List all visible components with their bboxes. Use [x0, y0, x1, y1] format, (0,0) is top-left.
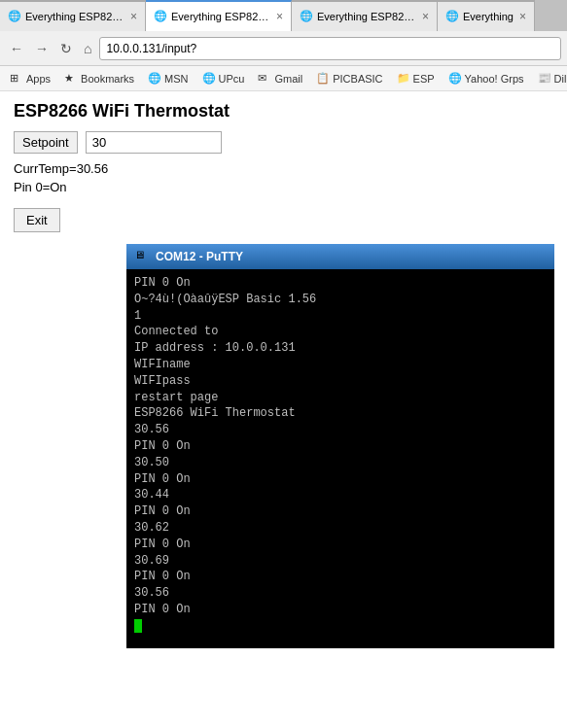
- exit-button[interactable]: Exit: [14, 208, 60, 232]
- tab-favicon: 🌐: [154, 10, 167, 23]
- terminal-line: PIN 0 On: [134, 503, 547, 520]
- address-bar[interactable]: [99, 37, 561, 60]
- bookmark-icon: ★: [64, 72, 78, 86]
- terminal-cursor: [134, 619, 142, 633]
- terminal-line: restart page: [134, 390, 547, 406]
- page-content: ESP8266 WiFi Thermostat Setpoint CurrTem…: [0, 91, 567, 658]
- browser-tab-tab2[interactable]: 🌐Everything ESP8266 -×: [146, 0, 292, 31]
- bookmark-label: Bookmarks: [81, 73, 134, 85]
- back-button[interactable]: ←: [6, 39, 27, 58]
- terminal-line: O~?4ù!(OàaûÿESP Basic 1.56: [134, 292, 547, 308]
- putty-terminal[interactable]: PIN 0 OnO~?4ù!(OàaûÿESP Basic 1.561Conne…: [126, 269, 554, 648]
- bookmark-item-dilb[interactable]: 📰Dilb: [534, 71, 567, 87]
- bookmark-icon: 📁: [397, 72, 410, 86]
- tab-favicon: 🌐: [445, 10, 459, 23]
- terminal-line: PIN 0 On: [134, 569, 547, 585]
- tab-close-button[interactable]: ×: [519, 10, 526, 23]
- terminal-line: ESP8266 WiFi Thermostat: [134, 405, 547, 422]
- terminal-line: PIN 0 On: [134, 537, 547, 553]
- bookmark-icon: 🌐: [202, 72, 216, 86]
- bookmark-label: ESP: [413, 73, 435, 85]
- bookmark-item-msn[interactable]: 🌐MSN: [144, 71, 192, 87]
- bookmark-icon: 🌐: [448, 72, 462, 86]
- reload-button[interactable]: ↻: [56, 39, 76, 58]
- bookmark-item-esp[interactable]: 📁ESP: [393, 71, 439, 87]
- bookmark-icon: ⊞: [10, 72, 23, 86]
- navigation-bar: ← → ↻ ⌂: [0, 31, 567, 66]
- bookmark-icon: ✉: [258, 72, 271, 86]
- terminal-line: 1: [134, 308, 547, 325]
- tab-label: Everything ESP8266 -: [25, 11, 126, 22]
- terminal-line: PIN 0 On: [134, 275, 547, 292]
- bookmark-item-bookmarks[interactable]: ★Bookmarks: [60, 71, 138, 87]
- tab-close-button[interactable]: ×: [276, 10, 283, 23]
- terminal-line: PIN 0 On: [134, 438, 547, 455]
- bookmark-item-upcu[interactable]: 🌐UPcu: [198, 71, 249, 87]
- tab-close-button[interactable]: ×: [130, 10, 137, 23]
- putty-icon: 🖥: [134, 249, 150, 264]
- bookmark-label: Gmail: [274, 73, 302, 85]
- bookmark-label: Yahoo! Grps: [465, 73, 524, 85]
- bookmark-item-yahoo--grps[interactable]: 🌐Yahoo! Grps: [444, 71, 528, 87]
- putty-titlebar: 🖥 COM12 - PuTTY: [126, 244, 554, 269]
- bookmark-icon: 📰: [538, 72, 551, 86]
- terminal-line: PIN 0 On: [134, 602, 547, 618]
- bookmark-icon: 🌐: [148, 72, 161, 86]
- terminal-line: WIFIpass: [134, 373, 547, 390]
- tab-close-button[interactable]: ×: [422, 10, 429, 23]
- browser-tab-tab1[interactable]: 🌐Everything ESP8266 -×: [0, 0, 146, 31]
- terminal-line: Connected to: [134, 324, 547, 340]
- putty-title: COM12 - PuTTY: [156, 250, 547, 263]
- bookmark-label: Dilb: [554, 73, 567, 85]
- terminal-line: 30.56: [134, 422, 547, 438]
- page-title: ESP8266 WiFi Thermostat: [14, 101, 553, 121]
- pin-status: Pin 0=On: [14, 180, 553, 194]
- home-button[interactable]: ⌂: [80, 39, 95, 58]
- bookmarks-bar: ⊞Apps★Bookmarks🌐MSN🌐UPcu✉Gmail📋PICBASIC📁…: [0, 66, 567, 91]
- terminal-line: 30.44: [134, 487, 547, 503]
- curr-temp-status: CurrTemp=30.56: [14, 161, 553, 176]
- terminal-line: 30.56: [134, 585, 547, 602]
- bookmark-item-picbasic[interactable]: 📋PICBASIC: [312, 71, 386, 87]
- bookmark-label: MSN: [164, 73, 188, 85]
- terminal-line: IP address : 10.0.0.131: [134, 340, 547, 357]
- bookmark-label: UPcu: [219, 73, 245, 85]
- browser-tab-tab3[interactable]: 🌐Everything ESP8266 -×: [292, 0, 438, 31]
- bookmark-label: PICBASIC: [333, 73, 382, 85]
- bookmark-label: Apps: [26, 73, 51, 85]
- bookmark-item-gmail[interactable]: ✉Gmail: [254, 71, 306, 87]
- terminal-line: 30.69: [134, 553, 547, 570]
- terminal-line: PIN 0 On: [134, 471, 547, 488]
- bookmark-icon: 📋: [316, 72, 330, 86]
- forward-button[interactable]: →: [31, 39, 53, 58]
- terminal-line: 30.50: [134, 455, 547, 471]
- terminal-line: WIFIname: [134, 357, 547, 373]
- tab-label: Everything ESP8266 -: [171, 11, 272, 22]
- terminal-cursor-line: [134, 618, 547, 635]
- bookmark-item-apps[interactable]: ⊞Apps: [6, 71, 54, 87]
- tab-favicon: 🌐: [300, 10, 313, 23]
- tab-label: Everything ESP8266 -: [317, 11, 418, 22]
- tab-favicon: 🌐: [8, 10, 21, 23]
- tab-bar: 🌐Everything ESP8266 -×🌐Everything ESP826…: [0, 0, 567, 31]
- browser-tab-tab4[interactable]: 🌐Everything×: [438, 0, 535, 31]
- setpoint-row: Setpoint: [14, 131, 553, 154]
- tab-label: Everything: [463, 11, 515, 22]
- setpoint-label: Setpoint: [14, 131, 78, 154]
- putty-window: 🖥 COM12 - PuTTY PIN 0 OnO~?4ù!(OàaûÿESP …: [126, 244, 554, 648]
- terminal-line: 30.62: [134, 520, 547, 537]
- setpoint-input[interactable]: [86, 131, 222, 154]
